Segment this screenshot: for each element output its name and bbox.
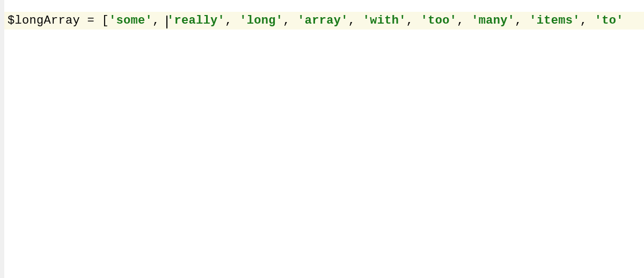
code-line[interactable]: $longArray = ['some', 'really', 'long', … (4, 12, 644, 30)
editor-gutter (0, 0, 4, 278)
code-comma: , (515, 14, 529, 27)
text-cursor (166, 16, 167, 28)
code-operator: = (80, 14, 102, 27)
code-string: 'with' (363, 14, 406, 27)
code-string: 'to' (595, 14, 624, 27)
code-variable: $longArray (8, 14, 80, 27)
code-bracket: [ (102, 14, 109, 27)
code-string: 'array' (297, 14, 348, 27)
code-editor[interactable]: $longArray = ['some', 'really', 'long', … (0, 0, 644, 278)
code-comma: , (348, 14, 363, 27)
code-comma: , (152, 14, 167, 27)
code-string: 'many' (471, 14, 515, 27)
code-comma: , (225, 14, 239, 27)
code-string: 'items' (529, 14, 580, 27)
code-string: 'really' (167, 14, 225, 27)
code-area[interactable]: $longArray = ['some', 'really', 'long', … (4, 0, 644, 278)
code-comma: , (283, 14, 297, 27)
code-comma: , (580, 14, 595, 27)
code-comma: , (406, 14, 421, 27)
code-string: 'some' (109, 14, 152, 27)
code-string: 'long' (239, 14, 283, 27)
code-comma: , (457, 14, 471, 27)
code-string: 'too' (421, 14, 457, 27)
